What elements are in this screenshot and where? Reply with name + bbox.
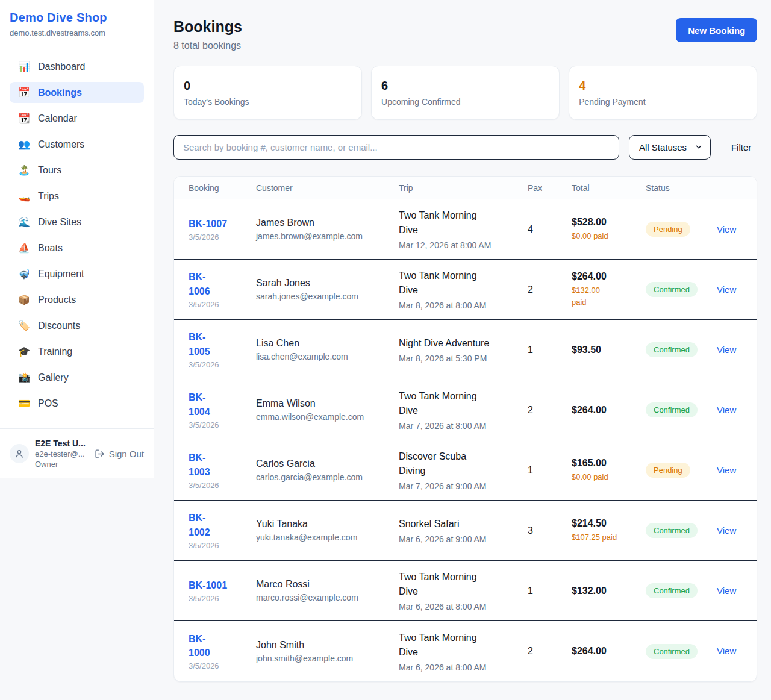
- booking-cell: BK-1007 3/5/2026: [189, 217, 256, 242]
- filter-controls: All Statuses Filter: [173, 135, 757, 160]
- view-link[interactable]: View: [717, 646, 736, 656]
- customer-cell: Carlos Garcia carlos.garcia@example.com: [256, 458, 399, 482]
- filter-button[interactable]: Filter: [725, 137, 757, 157]
- booking-id-link[interactable]: BK- 1003: [189, 451, 210, 478]
- stat-label: Upcoming Confirmed: [381, 97, 549, 107]
- sign-out-label: Sign Out: [109, 449, 144, 459]
- booking-id-link[interactable]: BK- 1004: [189, 390, 210, 418]
- total-amount: $264.00: [572, 405, 640, 416]
- total-cell: $264.00: [572, 405, 646, 416]
- search-input[interactable]: [173, 135, 619, 160]
- trip-title: Discover Scuba Diving: [399, 449, 522, 478]
- view-link[interactable]: View: [717, 345, 736, 355]
- new-booking-button[interactable]: New Booking: [676, 18, 757, 42]
- trip-cell: Two Tank Morning Dive Mar 6, 2026 at 8:0…: [399, 570, 528, 611]
- customer-cell: Yuki Tanaka yuki.tanaka@example.com: [256, 519, 399, 542]
- total-cell: $264.00 $132.00 paid: [572, 271, 646, 308]
- status-badge: Pending: [646, 463, 690, 478]
- trip-date: Mar 8, 2026 at 8:00 AM: [399, 301, 522, 310]
- view-link[interactable]: View: [717, 405, 736, 415]
- customer-email: james.brown@example.com: [256, 231, 393, 241]
- table-row-bk-1007: BK-1007 3/5/2026 James Brown james.brown…: [174, 199, 757, 260]
- booking-cell: BK- 1006 3/5/2026: [189, 270, 256, 308]
- actions-cell: View: [717, 586, 742, 596]
- view-link[interactable]: View: [717, 224, 736, 234]
- total-amount: $214.50: [572, 518, 640, 529]
- sidebar-item-dive-sites[interactable]: 🌊 Dive Sites: [10, 211, 144, 233]
- sidebar-item-trips[interactable]: 🚤 Trips: [10, 186, 144, 207]
- page-subtitle: 8 total bookings: [173, 40, 242, 51]
- status-cell: Confirmed: [646, 402, 717, 417]
- trip-date: Mar 6, 2026 at 8:00 AM: [399, 663, 522, 672]
- sidebar-item-label: Boats: [38, 243, 63, 254]
- trip-title: Two Tank Morning Dive: [399, 389, 522, 418]
- table-row-bk-1006: BK- 1006 3/5/2026 Sarah Jones sarah.jone…: [174, 260, 757, 320]
- status-filter-select[interactable]: All Statuses: [629, 135, 711, 160]
- customer-cell: James Brown james.brown@example.com: [256, 217, 399, 241]
- view-link[interactable]: View: [717, 525, 736, 536]
- sign-out-icon: [95, 449, 105, 459]
- booking-id-link[interactable]: BK-1001: [189, 578, 227, 592]
- customer-name: John Smith: [256, 640, 393, 651]
- pax-cell: 3: [528, 525, 572, 536]
- booking-cell: BK- 1004 3/5/2026: [189, 390, 256, 429]
- sidebar-item-bookings[interactable]: 📅 Bookings: [10, 82, 144, 103]
- trip-cell: Night Dive Adventure Mar 8, 2026 at 5:30…: [399, 336, 528, 363]
- sidebar-item-pos[interactable]: 💳 POS: [10, 393, 144, 414]
- table-row-bk-1001: BK-1001 3/5/2026 Marco Rossi marco.rossi…: [174, 561, 757, 621]
- status-cell: Confirmed: [646, 644, 717, 659]
- sidebar-item-boats[interactable]: ⛵ Boats: [10, 237, 144, 258]
- trip-cell: Snorkel Safari Mar 6, 2026 at 9:00 AM: [399, 517, 528, 544]
- equipment-icon: 🤿: [18, 268, 30, 280]
- sidebar-item-dashboard[interactable]: 📊 Dashboard: [10, 56, 144, 77]
- view-link[interactable]: View: [717, 284, 736, 295]
- booking-date: 3/5/2026: [189, 300, 250, 309]
- sidebar-item-label: Dive Sites: [38, 217, 81, 228]
- booking-cell: BK-1001 3/5/2026: [189, 578, 256, 603]
- column-header: Customer: [256, 183, 399, 193]
- paid-amount: $0.00 paid: [572, 230, 640, 242]
- sidebar-item-label: POS: [38, 398, 58, 409]
- table-header-row: Booking Customer Trip Pax Total Status: [174, 177, 757, 199]
- trip-date: Mar 7, 2026 at 8:00 AM: [399, 421, 522, 431]
- booking-cell: BK- 1000 3/5/2026: [189, 632, 256, 670]
- actions-cell: View: [717, 345, 742, 355]
- sidebar-item-gallery[interactable]: 📸 Gallery: [10, 367, 144, 388]
- total-cell: $214.50 $107.25 paid: [572, 518, 646, 543]
- status-cell: Confirmed: [646, 342, 717, 357]
- status-badge: Confirmed: [646, 523, 698, 538]
- booking-id-link[interactable]: BK-1007: [189, 217, 227, 231]
- sidebar-item-discounts[interactable]: 🏷️ Discounts: [10, 315, 144, 336]
- sidebar-item-label: Discounts: [38, 320, 80, 331]
- sidebar-item-customers[interactable]: 👥 Customers: [10, 134, 144, 155]
- bookings-table: Booking Customer Trip Pax Total Status B…: [173, 176, 757, 682]
- actions-cell: View: [717, 646, 742, 657]
- sign-out-button[interactable]: Sign Out: [95, 449, 144, 459]
- view-link[interactable]: View: [717, 465, 736, 475]
- booking-id-link[interactable]: BK- 1006: [189, 270, 210, 298]
- booking-date: 3/5/2026: [189, 360, 250, 369]
- trip-title: Night Dive Adventure: [399, 336, 522, 351]
- sidebar-item-tours[interactable]: 🏝️ Tours: [10, 160, 144, 181]
- customer-name: Yuki Tanaka: [256, 519, 393, 530]
- pos-icon: 💳: [18, 398, 30, 409]
- booking-id-link[interactable]: BK- 1005: [189, 330, 210, 358]
- discounts-icon: 🏷️: [18, 320, 30, 331]
- customer-cell: Marco Rossi marco.rossi@example.com: [256, 579, 399, 602]
- calendar-icon: 📆: [18, 113, 30, 124]
- user-icon: [14, 449, 24, 458]
- gallery-icon: 📸: [18, 372, 30, 383]
- booking-id-link[interactable]: BK- 1002: [189, 511, 210, 539]
- sidebar-item-calendar[interactable]: 📆 Calendar: [10, 108, 144, 129]
- sidebar-item-products[interactable]: 📦 Products: [10, 289, 144, 310]
- trip-cell: Two Tank Morning Dive Mar 8, 2026 at 8:0…: [399, 269, 528, 310]
- total-amount: $264.00: [572, 271, 640, 282]
- boats-icon: ⛵: [18, 242, 30, 254]
- view-link[interactable]: View: [717, 586, 736, 596]
- customer-name: James Brown: [256, 217, 393, 228]
- sidebar-item-equipment[interactable]: 🤿 Equipment: [10, 263, 144, 284]
- sidebar-item-training[interactable]: 🎓 Training: [10, 341, 144, 362]
- booking-id-link[interactable]: BK- 1000: [189, 632, 210, 660]
- products-icon: 📦: [18, 294, 30, 305]
- table-row-bk-1004: BK- 1004 3/5/2026 Emma Wilson emma.wilso…: [174, 380, 757, 440]
